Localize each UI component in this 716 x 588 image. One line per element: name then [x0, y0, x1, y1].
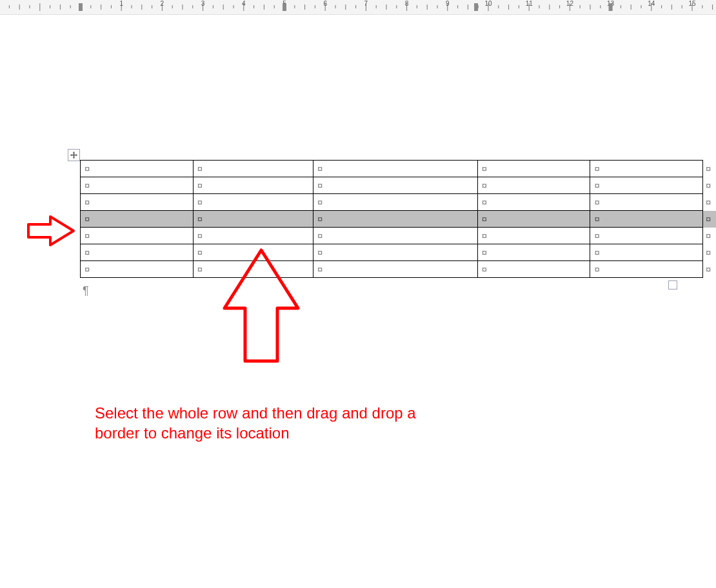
- row-end-marker: ¤: [703, 228, 716, 244]
- table-cell[interactable]: ¤: [81, 244, 194, 261]
- table-row[interactable]: ¤¤¤¤¤¤: [81, 161, 716, 177]
- document-page: ¤¤¤¤¤¤¤¤¤¤¤¤¤¤¤¤¤¤¤¤¤¤¤¤¤¤¤¤¤¤¤¤¤¤¤¤¤¤¤¤…: [0, 39, 716, 588]
- annotation-arrow-right-icon: [26, 213, 77, 249]
- svg-text:8: 8: [405, 0, 409, 7]
- table-cell[interactable]: ¤: [193, 211, 313, 228]
- table-cell[interactable]: ¤: [313, 244, 477, 261]
- table-row[interactable]: ¤¤¤¤¤¤: [81, 211, 716, 228]
- row-end-marker: ¤: [703, 161, 716, 177]
- svg-text:4: 4: [242, 0, 246, 7]
- row-end-marker: ¤: [703, 194, 716, 211]
- svg-text:7: 7: [364, 0, 368, 7]
- table-cell[interactable]: ¤: [477, 161, 590, 177]
- table-row[interactable]: ¤¤¤¤¤¤: [81, 261, 716, 278]
- annotation-line-1: Select the whole row and then drag and d…: [95, 404, 416, 422]
- row-end-marker: ¤: [703, 211, 716, 228]
- table-cell[interactable]: ¤: [590, 261, 703, 278]
- table-cell[interactable]: ¤: [81, 228, 194, 244]
- table-row[interactable]: ¤¤¤¤¤¤: [81, 194, 716, 211]
- table-cell[interactable]: ¤: [477, 244, 590, 261]
- table-move-handle[interactable]: [68, 149, 80, 161]
- table-cell[interactable]: ¤: [81, 211, 194, 228]
- svg-text:1: 1: [119, 0, 123, 7]
- table-cell[interactable]: ¤: [477, 228, 590, 244]
- svg-rect-89: [609, 3, 613, 11]
- table-cell[interactable]: ¤: [193, 161, 313, 177]
- table-cell[interactable]: ¤: [313, 194, 477, 211]
- table-cell[interactable]: ¤: [477, 211, 590, 228]
- table-cell[interactable]: ¤: [477, 261, 590, 278]
- row-end-marker: ¤: [703, 177, 716, 194]
- table-cell[interactable]: ¤: [81, 161, 194, 177]
- ruler-bar[interactable]: 123456789101112131415: [0, 0, 716, 15]
- document-table[interactable]: ¤¤¤¤¤¤¤¤¤¤¤¤¤¤¤¤¤¤¤¤¤¤¤¤¤¤¤¤¤¤¤¤¤¤¤¤¤¤¤¤…: [80, 160, 716, 278]
- table-cell[interactable]: ¤: [313, 211, 477, 228]
- svg-text:14: 14: [648, 0, 655, 7]
- table-cell[interactable]: ¤: [313, 177, 477, 194]
- svg-text:3: 3: [201, 0, 205, 7]
- table-row[interactable]: ¤¤¤¤¤¤: [81, 177, 716, 194]
- table-resize-handle[interactable]: [668, 280, 677, 289]
- ruler-svg: 123456789101112131415: [0, 0, 716, 17]
- table-cell[interactable]: ¤: [313, 261, 477, 278]
- table-cell[interactable]: ¤: [590, 194, 703, 211]
- svg-text:6: 6: [323, 0, 327, 7]
- svg-text:2: 2: [161, 0, 164, 7]
- table-cell[interactable]: ¤: [590, 211, 703, 228]
- annotation-text: Select the whole row and then drag and d…: [95, 403, 456, 443]
- paragraph-mark: ¶: [83, 284, 89, 298]
- annotation-arrow-up-icon: [219, 246, 303, 369]
- table-cell[interactable]: ¤: [81, 261, 194, 278]
- svg-text:10: 10: [484, 0, 492, 7]
- table-cell[interactable]: ¤: [193, 228, 313, 244]
- svg-rect-86: [79, 3, 83, 11]
- svg-text:15: 15: [688, 0, 696, 7]
- row-end-marker: ¤: [703, 261, 716, 278]
- row-end-marker: ¤: [703, 244, 716, 261]
- table-cell[interactable]: ¤: [81, 194, 194, 211]
- table-cell[interactable]: ¤: [477, 194, 590, 211]
- table-cell[interactable]: ¤: [590, 177, 703, 194]
- table-cell[interactable]: ¤: [313, 161, 477, 177]
- table-cell[interactable]: ¤: [590, 244, 703, 261]
- table-row[interactable]: ¤¤¤¤¤¤: [81, 244, 716, 261]
- svg-rect-87: [283, 3, 286, 11]
- table-cell[interactable]: ¤: [193, 194, 313, 211]
- table-cell[interactable]: ¤: [313, 228, 477, 244]
- table-row[interactable]: ¤¤¤¤¤¤: [81, 228, 716, 244]
- move-arrows-icon: [70, 151, 78, 159]
- table-cell[interactable]: ¤: [193, 177, 313, 194]
- svg-text:12: 12: [566, 0, 574, 7]
- svg-rect-88: [474, 3, 478, 11]
- svg-text:11: 11: [526, 0, 533, 7]
- svg-text:9: 9: [446, 0, 450, 7]
- annotation-line-2: border to change its location: [95, 424, 290, 442]
- table-cell[interactable]: ¤: [590, 161, 703, 177]
- table-cell[interactable]: ¤: [81, 177, 194, 194]
- table-cell[interactable]: ¤: [477, 177, 590, 194]
- table-cell[interactable]: ¤: [590, 228, 703, 244]
